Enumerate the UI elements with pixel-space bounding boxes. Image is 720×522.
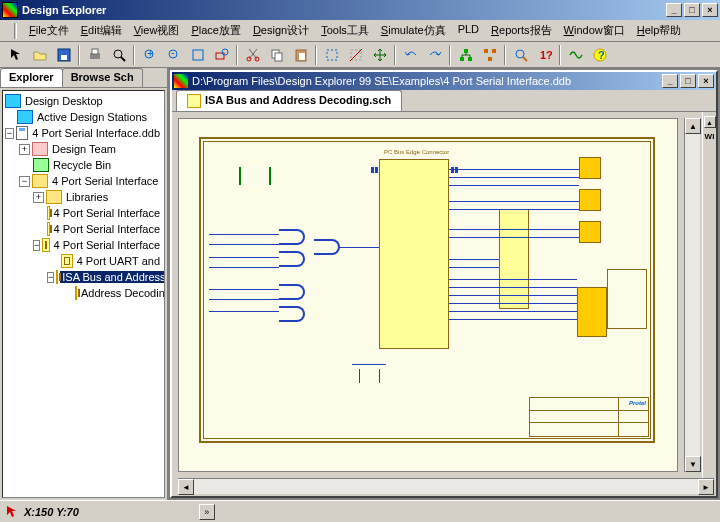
menu-s[interactable]: Simulate仿真 [375, 21, 452, 40]
side-button[interactable]: ▲ [704, 116, 716, 128]
tree-sch1[interactable]: 4 Port Serial Interface [52, 207, 162, 219]
undo-icon[interactable] [399, 44, 422, 66]
collapse-toggle[interactable]: − [5, 128, 14, 139]
gate-component[interactable] [279, 306, 305, 322]
move-icon[interactable] [368, 44, 391, 66]
doc-maximize-button[interactable]: □ [680, 74, 696, 88]
scroll-up-button[interactable]: ▲ [685, 118, 701, 134]
close-button[interactable]: × [702, 3, 718, 17]
horizontal-scrollbar[interactable]: ◄ ► [178, 478, 714, 494]
annotate-icon[interactable]: 1? [533, 44, 556, 66]
svg-text:1?: 1? [540, 49, 553, 61]
paste-icon[interactable] [289, 44, 312, 66]
connector[interactable] [577, 287, 607, 337]
tab-browse-sch[interactable]: Browse Sch [62, 68, 143, 87]
print-icon[interactable] [83, 44, 106, 66]
menu-h[interactable]: Help帮助 [631, 21, 688, 40]
team-icon [32, 142, 48, 156]
preview-icon[interactable] [107, 44, 130, 66]
maximize-button[interactable]: □ [684, 3, 700, 17]
schematic-icon [42, 238, 49, 252]
zoom-fit-icon[interactable] [186, 44, 209, 66]
simulate-icon[interactable] [564, 44, 587, 66]
tree-team[interactable]: Design Team [50, 143, 118, 155]
vertical-scrollbar[interactable]: ▲ ▼ [684, 118, 700, 472]
minimize-button[interactable]: _ [666, 3, 682, 17]
tree-uart[interactable]: 4 Port UART and [75, 255, 162, 267]
arrow-icon[interactable] [4, 44, 27, 66]
connector[interactable] [579, 157, 601, 179]
menu-v[interactable]: View视图 [128, 21, 186, 40]
recycle-icon [33, 158, 49, 172]
tree-address[interactable]: Address Decoding [79, 287, 165, 299]
tree-recycle[interactable]: Recycle Bin [51, 159, 113, 171]
schematic-canvas[interactable]: PC Bus Edge Connector [178, 118, 678, 472]
redo-icon[interactable] [423, 44, 446, 66]
gate-component[interactable] [314, 239, 340, 255]
copy-icon[interactable] [265, 44, 288, 66]
doc-minimize-button[interactable]: _ [662, 74, 678, 88]
connector[interactable] [579, 189, 601, 211]
svg-rect-3 [92, 49, 98, 54]
tree-root[interactable]: Design Desktop [23, 95, 105, 107]
zoom-area-icon[interactable] [210, 44, 233, 66]
menu-t[interactable]: Tools工具 [315, 21, 375, 40]
hierarchy-up-icon[interactable] [454, 44, 477, 66]
tree-active-stations[interactable]: Active Design Stations [35, 111, 149, 123]
menu-d[interactable]: Design设计 [247, 21, 315, 40]
tree-view[interactable]: Design Desktop Active Design Stations −4… [2, 90, 165, 498]
deselect-icon[interactable] [344, 44, 367, 66]
tree-isa[interactable]: ISA Bus and Address [60, 271, 165, 283]
tree-libraries[interactable]: Libraries [64, 191, 110, 203]
ic-component[interactable] [379, 159, 449, 349]
tree-sch2[interactable]: 4 Port Serial Interface [52, 223, 162, 235]
document-tab[interactable]: ISA Bus and Address Decoding.sch [176, 90, 402, 111]
hierarchy-down-icon[interactable] [478, 44, 501, 66]
status-arrow-button[interactable]: » [199, 504, 215, 520]
menu-p[interactable]: Place放置 [185, 21, 247, 40]
menu-grip[interactable] [14, 23, 17, 39]
schematic-icon [47, 206, 50, 220]
help-icon[interactable]: ? [588, 44, 611, 66]
scroll-left-button[interactable]: ◄ [178, 479, 194, 495]
svg-rect-22 [464, 49, 468, 53]
tree-project[interactable]: 4 Port Serial Interface [50, 175, 160, 187]
svg-line-5 [121, 57, 125, 61]
schematic-icon [61, 254, 73, 268]
select-icon[interactable] [320, 44, 343, 66]
tab-explorer[interactable]: Explorer [0, 68, 63, 87]
menu-bar: File文件Edit编辑View视图Place放置Design设计Tools工具… [0, 20, 720, 42]
open-icon[interactable] [28, 44, 51, 66]
document-tab-label: ISA Bus and Address Decoding.sch [205, 94, 391, 106]
expand-toggle[interactable]: + [19, 144, 30, 155]
menu-r[interactable]: Reports报告 [485, 21, 558, 40]
connector[interactable] [579, 221, 601, 243]
app-title: Design Explorer [22, 4, 666, 16]
browse-icon[interactable] [509, 44, 532, 66]
expand-toggle[interactable]: + [33, 192, 44, 203]
scroll-right-button[interactable]: ► [698, 479, 714, 495]
menu-e[interactable]: Edit编辑 [75, 21, 128, 40]
save-icon[interactable] [52, 44, 75, 66]
gate-component[interactable] [279, 251, 305, 267]
menu-f[interactable]: File文件 [23, 21, 75, 40]
svg-rect-1 [61, 55, 67, 60]
tree-database[interactable]: 4 Port Serial Interface.ddb [30, 127, 162, 139]
doc-close-button[interactable]: × [698, 74, 714, 88]
zoom-in-icon[interactable]: + [138, 44, 161, 66]
zoom-out-icon[interactable]: - [162, 44, 185, 66]
scroll-down-button[interactable]: ▼ [685, 456, 701, 472]
menu-pld[interactable]: PLD [452, 21, 485, 40]
collapse-toggle[interactable]: − [47, 272, 54, 283]
gate-component[interactable] [279, 229, 305, 245]
svg-text:-: - [171, 47, 175, 58]
title-bar: Design Explorer _ □ × [0, 0, 720, 20]
collapse-toggle[interactable]: − [19, 176, 30, 187]
ic-component[interactable] [499, 209, 529, 309]
cut-icon[interactable] [241, 44, 264, 66]
svg-line-21 [350, 49, 362, 61]
gate-component[interactable] [279, 284, 305, 300]
menu-w[interactable]: Window窗口 [558, 21, 631, 40]
tree-sch3[interactable]: 4 Port Serial Interface [52, 239, 162, 251]
collapse-toggle[interactable]: − [33, 240, 40, 251]
